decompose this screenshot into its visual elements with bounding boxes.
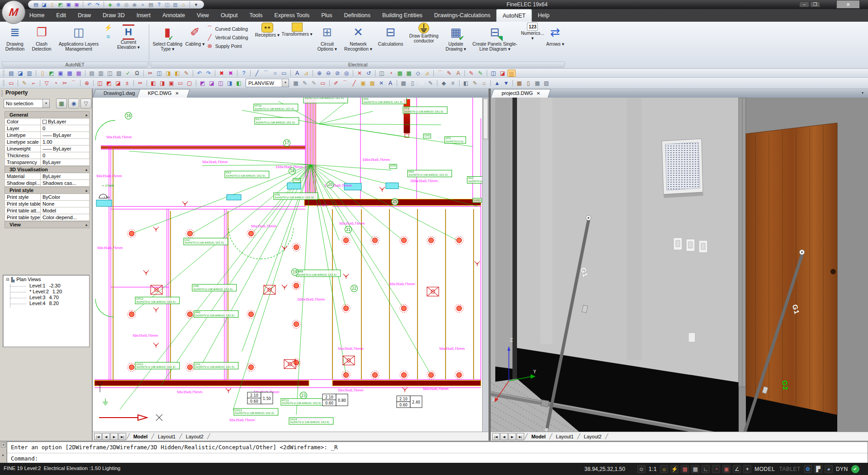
delete-icon[interactable]: ✕ (356, 70, 364, 77)
tree-root-row[interactable]: ⊟▙Plan Views (3, 275, 89, 283)
level-up-icon[interactable]: ▲ (493, 80, 501, 87)
spline-icon[interactable]: ⌒ (436, 70, 444, 77)
paste-icon[interactable]: ◨ (164, 70, 172, 77)
panel-grip[interactable] (1, 90, 3, 97)
combo-arrow-icon[interactable]: ▾ (43, 99, 49, 108)
copy-icon[interactable]: ◫ (155, 70, 163, 77)
restore-button[interactable]: ❐ (810, 1, 820, 7)
zoom-in-icon[interactable]: ⊕ (315, 70, 323, 77)
doc-tab-drawing1-dwg[interactable]: Drawing1.dwg (96, 89, 142, 98)
box-edit-5-icon[interactable]: ▢ (185, 80, 194, 87)
property-row-linetype-scale[interactable]: Linetype scale1.00 (5, 139, 90, 146)
menu-tab-view[interactable]: View (191, 9, 215, 22)
window-grid-icon[interactable]: ▦ (399, 80, 408, 87)
window-2-icon[interactable]: ▦ (533, 80, 541, 87)
clean-screen-icon[interactable]: ◕ (825, 465, 833, 473)
ribbon-button-current-elevation[interactable]: HCurrent Elevation ▾ (114, 23, 143, 61)
toolbar-grip[interactable] (3, 80, 5, 86)
sheet-tab-layout1[interactable]: Layout1 (154, 434, 179, 439)
dimension-icon[interactable]: ⊿ (302, 70, 310, 77)
settings-gear-icon[interactable]: ⚙ (804, 465, 812, 473)
model-space-label[interactable]: MODEL (754, 466, 776, 472)
regen-icon[interactable]: ↺ (365, 70, 373, 77)
sheet-nav-button[interactable]: ▶| (119, 433, 126, 440)
wall-tool-icon[interactable]: ▭ (7, 80, 15, 87)
property-value[interactable]: Color-depend... (41, 214, 90, 221)
paint-icon[interactable]: ✎ (20, 80, 28, 87)
layer-tool-1-icon[interactable]: ◩ (199, 80, 207, 87)
close-tab-icon[interactable]: ✕ (536, 91, 540, 96)
ribbon-button-drawing-definition[interactable]: ≣Drawing Definition (2, 23, 28, 61)
save-as-icon[interactable]: ▦ (75, 70, 83, 77)
undo-icon[interactable]: ↶ (86, 1, 93, 8)
property-value[interactable]: ByLayer (41, 118, 90, 125)
pencil-3d-icon[interactable]: ✎ (471, 80, 479, 87)
layer-tool-2-icon[interactable]: ◪ (208, 80, 216, 87)
cut-icon[interactable]: ✂ (146, 70, 154, 77)
frame-icon[interactable]: □ (417, 80, 426, 87)
hatch-edit-icon[interactable]: ✎ (301, 80, 309, 87)
property-value[interactable]: ——ByLayer (41, 132, 90, 139)
levels-icon[interactable]: ≡ (106, 33, 110, 40)
arc-edit-icon[interactable]: ⌒ (70, 80, 78, 87)
network-icon[interactable]: ✕ (377, 80, 385, 87)
menu-tab-output[interactable]: Output (215, 9, 244, 22)
property-row-shadow-displ[interactable]: Shadow displ...Shadows cas... (5, 180, 90, 187)
drawing-canvas-2d[interactable]: 50x35x0,75mm50x35x0,75mm150x35x0,75mm100… (93, 98, 482, 432)
sheet-nav-button[interactable]: |◀ (94, 433, 102, 440)
property-section-general[interactable]: General▴ (5, 111, 90, 118)
print-icon[interactable]: ▤ (88, 70, 96, 77)
drawing-canvas-3d[interactable]: ZYX G1G1G2 (491, 98, 868, 432)
menu-tab-help[interactable]: Help (532, 9, 555, 22)
workspace-icon[interactable]: ▛ (814, 465, 822, 473)
ortho-icon[interactable]: ∟ (702, 465, 710, 473)
tablet-label[interactable]: TABLET (778, 466, 801, 472)
menu-tab-drawings-calculations[interactable]: Drawings-Calculations (428, 9, 496, 22)
sheet-nav-button[interactable]: ▶ (110, 433, 118, 440)
filter-icon[interactable]: ▽ (81, 99, 91, 108)
viewport-icon[interactable]: ◫ (489, 70, 498, 77)
edit-ok-icon[interactable]: ✎ (476, 70, 484, 77)
collapse-icon[interactable]: ▴ (85, 166, 87, 173)
view-3d-icon[interactable]: ◧ (462, 80, 470, 87)
status-ok-icon[interactable]: ✔ (851, 465, 859, 473)
menu-tab-home[interactable]: Home (24, 9, 50, 22)
ribbon-button-create-panels-single-line-diagram[interactable]: ⊟◥Create Panels Single-Line Diagram ▾ (470, 23, 520, 61)
ribbon-button-network-recognition[interactable]: ✕Network Recognition ▾ (342, 23, 375, 61)
minimize-button[interactable]: – (799, 1, 809, 7)
tree-item-level-2[interactable]: * Level:21.20 (3, 289, 89, 295)
mtext-icon[interactable]: A (454, 70, 462, 77)
ribbon-button-cabling[interactable]: ✐Cabling ▾ (185, 23, 205, 61)
sheet-nav-button[interactable]: ◀ (102, 433, 110, 440)
property-value[interactable]: Shadows cas... (41, 180, 90, 187)
ribbon-button-vertical-cabling[interactable]: ╱Vertical Cabling (206, 33, 254, 42)
property-value[interactable]: Model (41, 207, 90, 214)
erase-icon[interactable]: ✖ (218, 70, 226, 77)
ribbon-button-numerics[interactable]: 123Numerics... ▾ (520, 23, 545, 61)
blocks-icon[interactable]: ◇ (414, 70, 422, 77)
menu-tab-insert[interactable]: Insert (131, 9, 157, 22)
menu-tab-building-entities[interactable]: Building Entities (376, 9, 428, 22)
pan-icon[interactable]: ◎ (342, 70, 351, 77)
property-value[interactable]: ByLayer (41, 159, 90, 166)
property-value[interactable]: 0 (41, 152, 90, 159)
ribbon-button-applications-layers-management[interactable]: ◫Applications Layers Management (55, 23, 102, 61)
zoom-extents-icon[interactable]: ⊘ (333, 70, 342, 77)
ribbon-button-transformers[interactable]: ⚡Transformers ▾ (281, 23, 313, 61)
text-icon[interactable]: A (293, 70, 301, 77)
power-supply-icon[interactable]: ⚡ (104, 24, 112, 31)
command-close-icon[interactable]: ✕ (1, 442, 6, 447)
redo-icon[interactable]: ↷ (94, 1, 101, 8)
publish-icon[interactable]: ◫ (164, 1, 171, 8)
crosshair-icon[interactable]: + (743, 465, 751, 473)
polar-icon[interactable]: ◔ (712, 465, 720, 473)
shade-hidden-icon[interactable]: ◉ (131, 1, 138, 8)
property-row-transparency[interactable]: TransparencyByLayer (5, 159, 90, 166)
bld-folder-icon[interactable]: ◪ (41, 1, 47, 8)
sheet-nav-button[interactable]: ◀ (500, 433, 508, 440)
level-down-icon[interactable]: ▼ (502, 80, 510, 87)
property-value[interactable]: 1.00 (41, 139, 90, 146)
tree-item-level-1[interactable]: Level:1-2.30 (3, 283, 89, 289)
toolbar-grip[interactable] (3, 70, 5, 76)
doc-info-icon[interactable]: ▧ (115, 70, 123, 77)
